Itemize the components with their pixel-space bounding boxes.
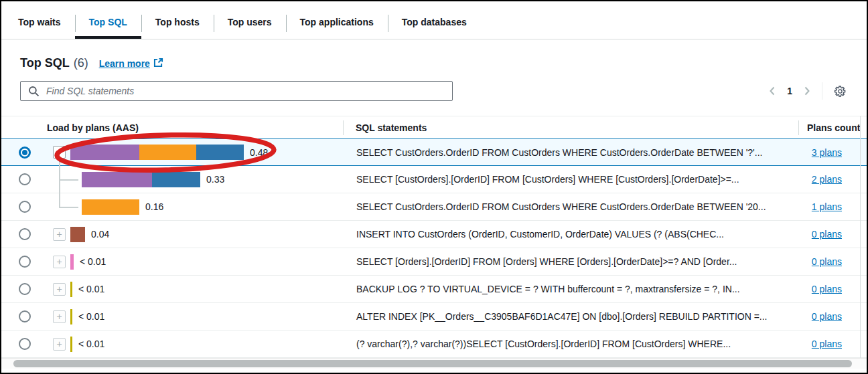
current-page-number: 1 [787,86,792,96]
next-page-button[interactable] [802,85,812,97]
tab-top-waits[interactable]: Top waits [4,9,75,39]
table-row[interactable]: +< 0.01SELECT [Orders].[OrderID] FROM [O… [1,248,867,276]
tree-connector-branch [59,179,78,181]
top-sql-panel: Top waits Top SQL Top hosts Top users To… [0,0,868,374]
tab-top-applications[interactable]: Top applications [286,9,388,39]
load-bar [70,227,85,242]
plans-count-link[interactable]: 0 plans [812,284,842,294]
load-bar-segment [196,145,244,160]
table-row[interactable]: 0.16SELECT CustOrders.OrderID FROM CustO… [1,193,867,221]
vertical-scrollbar-gutter [860,116,861,358]
row-radio[interactable] [19,173,31,185]
tab-top-databases[interactable]: Top databases [388,9,481,39]
pagination: 1 [768,82,848,100]
expand-row-icon[interactable]: + [53,228,66,241]
row-radio[interactable] [19,256,31,268]
load-bar [70,145,244,160]
collapse-row-icon[interactable]: − [53,146,66,159]
previous-page-button[interactable] [768,85,777,97]
load-bar-segment [152,172,200,187]
top-sql-table: Load by plans (AAS) SQL statements Plans… [1,116,867,369]
result-count: (6) [74,56,88,70]
column-header-sql: SQL statements [343,122,798,133]
load-value-label: 0.33 [206,174,224,185]
learn-more-label: Learn more [99,58,150,69]
table-header: Load by plans (AAS) SQL statements Plans… [1,116,867,138]
load-bar-segment [82,172,152,187]
chevron-left-icon [769,86,776,96]
table-row[interactable]: +0.04INSERT INTO CustOrders (OrderID, Cu… [1,221,867,248]
load-bar-segment [82,199,139,215]
sql-statement-link[interactable]: SELECT [CustOrders].[OrderID] FROM [Cust… [356,174,739,185]
row-radio[interactable] [19,201,31,213]
tab-top-users[interactable]: Top users [214,9,286,39]
table-row[interactable]: −0.48SELECT CustOrders.OrderID FROM Cust… [1,138,867,166]
settings-button[interactable] [833,84,848,99]
tab-label: Top hosts [155,17,200,27]
load-value-label: < 0.01 [80,256,106,267]
plans-count-link[interactable]: 2 plans [812,174,842,185]
search-box [20,81,453,101]
load-bar-segment [70,337,72,352]
plans-count-link[interactable]: 3 plans [812,147,842,158]
row-radio[interactable] [19,283,31,295]
load-bar [70,254,74,270]
sql-statement-link[interactable]: ALTER INDEX [PK__Orders__C3905BAF6D1AC47… [356,311,768,322]
load-value-label: < 0.01 [78,311,104,322]
table-row[interactable]: +< 0.01(? varchar(?),? varchar(?))SELECT… [1,331,867,358]
tab-top-hosts[interactable]: Top hosts [141,9,214,39]
load-bar-segment [70,227,85,242]
tab-top-sql[interactable]: Top SQL [75,9,141,39]
plans-count-link[interactable]: 0 plans [812,256,842,267]
external-link-icon [153,58,163,70]
plans-count-link[interactable]: 0 plans [812,339,842,349]
sql-statement-link[interactable]: SELECT [Orders].[OrderID] FROM [Orders] … [356,256,737,268]
page-title: Top SQL [20,56,70,70]
load-bar-segment [139,145,196,160]
load-bar-segment [70,282,72,297]
learn-more-link[interactable]: Learn more [99,58,163,70]
sql-statement-link[interactable]: INSERT INTO CustOrders (OrderID, Custome… [356,229,724,240]
load-bar-segment [70,254,74,270]
load-value-label: < 0.01 [78,339,104,349]
horizontal-scrollbar-thumb[interactable] [13,360,852,367]
load-bar-segment [70,145,139,160]
load-bar [82,172,200,187]
expand-row-icon[interactable]: + [53,338,66,351]
table-row[interactable]: 0.33SELECT [CustOrders].[OrderID] FROM [… [1,166,867,193]
sql-statement-link[interactable]: (? varchar(?),? varchar(?))SELECT [CustO… [356,339,731,350]
sql-statement-link[interactable]: BACKUP LOG ? TO VIRTUAL_DEVICE = ? WITH … [356,284,740,295]
load-bar [82,199,139,215]
row-radio-selected[interactable] [19,147,31,159]
load-value-label: 0.16 [145,201,163,212]
load-value-label: 0.48 [250,147,268,158]
plans-count-link[interactable]: 0 plans [812,311,842,322]
load-bar [70,282,72,297]
tab-label: Top databases [402,17,467,27]
toolbar: 1 [20,81,848,101]
expand-row-icon[interactable]: + [53,256,66,268]
row-radio[interactable] [19,310,31,322]
expand-row-icon[interactable]: + [53,310,66,323]
table-row[interactable]: +< 0.01BACKUP LOG ? TO VIRTUAL_DEVICE = … [1,276,867,303]
tree-connector-branch [59,207,78,208]
tab-label: Top applications [300,17,374,27]
table-body: −0.48SELECT CustOrders.OrderID FROM Cust… [1,138,867,358]
load-bar [70,309,72,324]
horizontal-scrollbar-track[interactable] [1,358,867,369]
expand-row-icon[interactable]: + [53,283,66,296]
table-row[interactable]: +< 0.01ALTER INDEX [PK__Orders__C3905BAF… [1,303,867,331]
column-header-load: Load by plans (AAS) [1,122,343,133]
chevron-right-icon [804,86,810,96]
load-bar-segment [70,309,72,324]
sql-statement-link[interactable]: SELECT CustOrders.OrderID FROM CustOrder… [356,201,766,213]
row-radio[interactable] [19,338,31,350]
search-input[interactable] [21,82,452,100]
row-radio[interactable] [19,228,31,240]
sql-statement-link[interactable]: SELECT CustOrders.OrderID FROM CustOrder… [356,147,762,159]
search-icon [28,86,40,97]
tab-bar: Top waits Top SQL Top hosts Top users To… [1,1,867,39]
plans-count-link[interactable]: 0 plans [812,229,842,240]
panel-header: Top SQL (6) Learn more [20,56,867,70]
plans-count-link[interactable]: 1 plans [812,201,842,212]
